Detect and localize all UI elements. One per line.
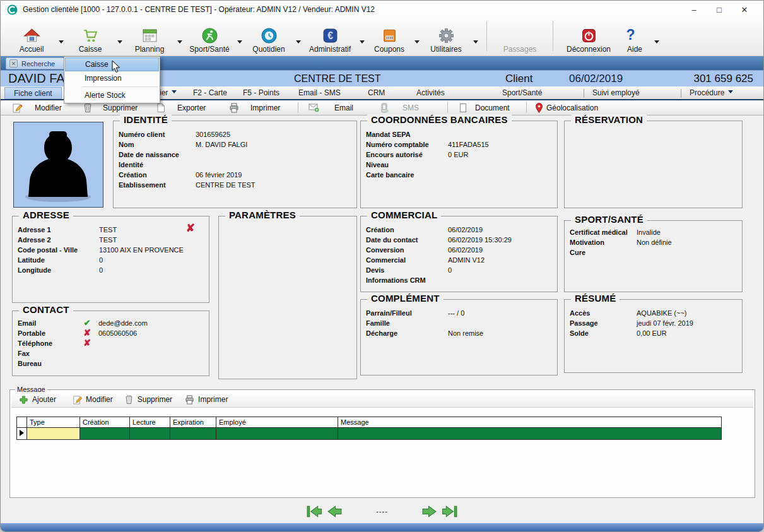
cell-lecture[interactable] <box>130 428 170 440</box>
tab-email-sms[interactable]: Email - SMS <box>298 88 341 97</box>
person-silhouette-icon <box>14 122 103 207</box>
panel-title: RÉSUMÉ <box>571 293 620 304</box>
utilitaires-dropdown-arrow[interactable] <box>471 28 480 54</box>
field-value: 411FADA515 <box>448 139 489 150</box>
toolbar-aide-button[interactable]: ? Aide <box>618 21 652 54</box>
message-table-header-row: Type Création Lecture Expiration Employé… <box>17 417 722 428</box>
tab-crm[interactable]: CRM <box>368 88 385 97</box>
column-header-employe[interactable]: Employé <box>216 417 338 428</box>
field-label: Email <box>18 318 76 328</box>
delete-address-icon[interactable]: ✘ <box>186 222 195 235</box>
column-header-creation[interactable]: Création <box>80 417 130 428</box>
toolbar-accueil-button[interactable]: Accueil <box>7 21 56 54</box>
next-record-button[interactable] <box>421 504 438 519</box>
power-icon <box>580 27 597 44</box>
field-label: Longitude <box>18 265 99 275</box>
toolbar-coupons-button[interactable]: Coupons <box>367 21 412 54</box>
accueil-dropdown-arrow[interactable] <box>56 28 66 54</box>
sms-button: SMS <box>380 100 419 115</box>
tab-separator <box>681 89 681 98</box>
message-ajouter-button[interactable]: Ajouter <box>19 395 56 405</box>
toolbar-utilitaires-button[interactable]: Utilitaires <box>421 21 471 54</box>
record-position-text: ---- <box>376 507 388 515</box>
tab-suivi-employe[interactable]: Suivi employé <box>592 88 640 97</box>
toolbar-caisse-button[interactable]: Caisse <box>66 21 115 54</box>
panel-title: CONTACT <box>19 304 73 315</box>
toolbar-planning-button[interactable]: Planning <box>124 21 175 54</box>
trash-icon <box>83 103 93 113</box>
planning-dropdown-arrow[interactable] <box>175 28 184 54</box>
tab-sport-sante[interactable]: Sport/Santé <box>502 88 542 97</box>
toolbar-label: Quotidien <box>252 45 285 54</box>
toolbar-administratif-button[interactable]: € Administratif <box>303 21 357 54</box>
first-record-button[interactable] <box>306 504 323 519</box>
quotidien-dropdown-arrow[interactable] <box>293 28 303 54</box>
action-label: Modifier <box>35 103 62 112</box>
field-value: 0 <box>448 265 452 275</box>
column-header-expiration[interactable]: Expiration <box>170 417 216 428</box>
field-label: Adresse 1 <box>18 225 99 235</box>
cell-employe[interactable] <box>216 428 338 440</box>
last-record-button[interactable] <box>441 504 458 519</box>
column-header-lecture[interactable]: Lecture <box>130 417 170 428</box>
field-value: 301659625 <box>196 129 230 139</box>
table-row[interactable] <box>17 428 722 440</box>
column-header-type[interactable]: Type <box>27 417 80 428</box>
row-selector-icon <box>17 428 27 440</box>
field-value: 0,00 EUR <box>637 328 667 338</box>
tab-f5-points[interactable]: F5 - Points <box>243 88 279 97</box>
tab-recherche[interactable]: ✕ Recherche <box>6 57 66 69</box>
valid-icon: ✔ <box>76 318 98 328</box>
tab-procedure[interactable]: Procédure <box>690 88 733 97</box>
cell-expiration[interactable] <box>170 428 216 440</box>
menu-item-impression[interactable]: Impression <box>65 71 159 85</box>
export-icon <box>156 103 166 113</box>
aide-dropdown-arrow[interactable] <box>652 28 661 54</box>
message-imprimer-button[interactable]: Imprimer <box>185 395 228 405</box>
client-type: Client <box>505 73 532 85</box>
toolbar-label: Utilitaires <box>430 45 461 54</box>
message-modifier-button[interactable]: Modifier <box>73 395 113 405</box>
toolbar-quotidien-button[interactable]: Quotidien <box>244 21 293 54</box>
imprimer-button[interactable]: Imprimer <box>229 100 280 115</box>
map-pin-icon <box>535 103 543 113</box>
coupons-dropdown-arrow[interactable] <box>412 28 421 54</box>
modifier-button[interactable]: Modifier <box>12 100 62 115</box>
field-value: 06/02/2019 <box>448 225 483 235</box>
client-photo[interactable] <box>13 122 103 208</box>
field-value: ADMIN V12 <box>448 255 485 265</box>
message-supprimer-button[interactable]: Supprimer <box>124 395 172 405</box>
tab-f2-carte[interactable]: F2 - Carte <box>193 88 227 97</box>
panel-coordonnees-bancaires: COORDONNÉES BANCAIRES Mandat SEPA Numéro… <box>360 121 558 208</box>
close-button[interactable]: ✕ <box>732 1 757 18</box>
tab-activites[interactable]: Activités <box>416 88 445 97</box>
menu-item-alerte-stock[interactable]: Alerte Stock <box>65 88 159 102</box>
field-label: Encours autorisé <box>366 150 448 160</box>
close-tab-icon[interactable]: ✕ <box>9 59 18 68</box>
action-label: Document <box>475 103 510 112</box>
cell-message[interactable] <box>338 428 722 440</box>
field-label: Portable <box>18 328 76 338</box>
toolbar-deconnexion-button[interactable]: Déconnexion <box>560 21 618 54</box>
column-header-message[interactable]: Message <box>338 417 722 428</box>
cell-creation[interactable] <box>80 428 130 440</box>
field-value: 0 <box>99 255 103 265</box>
email-button[interactable]: Email <box>309 100 353 115</box>
previous-record-button[interactable] <box>326 504 343 519</box>
maximize-button[interactable]: □ <box>707 1 732 18</box>
toolbar-sport-sante-button[interactable]: Sport/Santé <box>184 21 235 54</box>
exporter-button[interactable]: Exporter <box>156 100 206 115</box>
document-button[interactable]: Document <box>459 100 510 115</box>
tab-fiche-client[interactable]: Fiche client <box>4 87 62 99</box>
panel-title: PARAMÈTRES <box>225 210 300 220</box>
administratif-dropdown-arrow[interactable] <box>357 28 367 54</box>
cell-type[interactable] <box>27 428 80 440</box>
field-value: Non remise <box>448 328 483 338</box>
euro-icon: € <box>322 27 339 44</box>
main-toolbar: Accueil Caisse Planning <box>1 18 763 56</box>
geolocalisation-button[interactable]: Géolocalisation <box>535 100 598 115</box>
field-value: jeudi 07 févr. 2019 <box>637 318 693 328</box>
minimize-button[interactable]: – <box>681 1 707 18</box>
sport-sante-dropdown-arrow[interactable] <box>235 28 244 54</box>
caisse-dropdown-arrow[interactable] <box>115 28 124 54</box>
